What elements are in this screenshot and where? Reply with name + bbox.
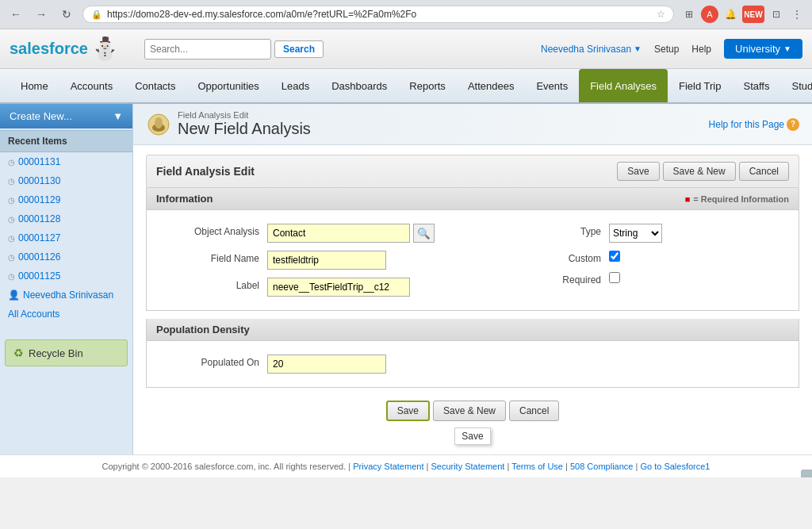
nav-item-opportunities[interactable]: Opportunities bbox=[186, 69, 270, 102]
help-link[interactable]: Help bbox=[691, 44, 711, 55]
user-menu[interactable]: Neevedha Srinivasan ▼ bbox=[541, 44, 642, 55]
svg-point-2 bbox=[155, 117, 163, 128]
nav-item-leads[interactable]: Leads bbox=[270, 69, 320, 102]
help-for-page-link[interactable]: Help for this Page ? bbox=[709, 118, 799, 131]
search-input[interactable] bbox=[144, 39, 271, 59]
refresh-button[interactable]: ↻ bbox=[57, 5, 76, 24]
form-header-title: Field Analysis Edit bbox=[156, 165, 255, 178]
setup-link[interactable]: Setup bbox=[654, 44, 679, 55]
forward-button[interactable]: → bbox=[32, 5, 51, 24]
list-item: ◷ 00001125 bbox=[0, 266, 132, 286]
goto-salesforce-link[interactable]: Go to Salesforce1 bbox=[640, 462, 710, 471]
required-field-label: Required bbox=[498, 272, 609, 286]
search-button[interactable]: Search bbox=[274, 40, 324, 58]
record-icon: ◷ bbox=[8, 253, 15, 262]
object-analysis-lookup-button[interactable]: 🔍 bbox=[413, 224, 435, 243]
save-tooltip: Save bbox=[454, 427, 490, 445]
nav-item-contacts[interactable]: Contacts bbox=[124, 69, 186, 102]
form-bottom-buttons: Save Save & New Cancel bbox=[146, 388, 799, 427]
populated-on-input[interactable] bbox=[267, 355, 386, 374]
nav-item-field-trip[interactable]: Field Trip bbox=[668, 69, 732, 102]
nav-item-studs[interactable]: Studs bbox=[780, 69, 812, 102]
type-select[interactable]: String Number Date Boolean bbox=[609, 224, 662, 243]
nav-item-events[interactable]: Events bbox=[525, 69, 579, 102]
page-title: New Field Analysis bbox=[178, 120, 311, 138]
recent-item-link-3[interactable]: 00001129 bbox=[18, 194, 60, 205]
save-new-top-button[interactable]: Save & New bbox=[663, 162, 736, 181]
security-link[interactable]: Security Statement bbox=[431, 462, 504, 471]
compliance-link[interactable]: 508 Compliance bbox=[570, 462, 634, 471]
field-name-input[interactable] bbox=[267, 251, 386, 270]
required-mark: ■ bbox=[685, 194, 691, 204]
object-analysis-input[interactable] bbox=[267, 224, 410, 243]
nav-item-reports[interactable]: Reports bbox=[398, 69, 457, 102]
all-accounts-link[interactable]: All Accounts bbox=[8, 309, 59, 320]
nav-item-attendees[interactable]: Attendees bbox=[457, 69, 526, 102]
page-header: Field Analysis Edit New Field Analysis H… bbox=[133, 104, 812, 145]
terms-link[interactable]: Terms of Use bbox=[511, 462, 563, 471]
recent-item-link-1[interactable]: 00001131 bbox=[18, 156, 60, 167]
create-new-button[interactable]: Create New... ▼ bbox=[0, 104, 132, 128]
nav-item-staffs[interactable]: Staffs bbox=[732, 69, 780, 102]
collapse-sidebar-button[interactable]: › bbox=[801, 470, 812, 477]
nav-item-dashboards[interactable]: Dashboards bbox=[320, 69, 398, 102]
recycle-bin-label: Recycle Bin bbox=[29, 347, 83, 359]
population-density-label: Population Density bbox=[156, 324, 250, 335]
recent-item-link-6[interactable]: 00001126 bbox=[18, 251, 60, 263]
label-input[interactable] bbox=[267, 278, 410, 297]
new-button[interactable]: NEW bbox=[742, 6, 764, 23]
lock-icon: 🔒 bbox=[91, 10, 102, 20]
recent-item-link-2[interactable]: 00001130 bbox=[18, 175, 60, 186]
user-profile-link[interactable]: Neevedha Srinivasan bbox=[23, 289, 113, 301]
list-item: ◷ 00001128 bbox=[0, 209, 132, 228]
information-section-title: Information ■ = Required Information bbox=[146, 188, 799, 210]
user-name: Neevedha Srinivasan bbox=[541, 44, 631, 55]
nav-item-field-analyses[interactable]: Field Analyses bbox=[579, 69, 668, 102]
menu-button[interactable]: ⋮ bbox=[788, 6, 806, 23]
page-subtitle: Field Analysis Edit bbox=[178, 110, 311, 120]
form-right-col: Type String Number Date Boolean bbox=[457, 220, 799, 301]
address-bar[interactable]: 🔒 https://domo28-dev-ed.my.salesforce.co… bbox=[82, 6, 674, 23]
sf-main: Create New... ▼ Recent Items ◷ 00001131 … bbox=[0, 104, 812, 454]
save-top-button[interactable]: Save bbox=[617, 162, 659, 181]
save-bottom-button[interactable]: Save bbox=[386, 401, 430, 421]
record-icon: ◷ bbox=[8, 158, 15, 167]
recycle-bin-button[interactable]: ♻ Recycle Bin bbox=[5, 339, 128, 366]
sf-search-area: Search bbox=[144, 39, 324, 59]
save-new-bottom-button[interactable]: Save & New bbox=[433, 401, 506, 421]
recent-item-link-5[interactable]: 00001127 bbox=[18, 232, 60, 243]
nav-item-accounts[interactable]: Accounts bbox=[59, 69, 124, 102]
record-icon: ◷ bbox=[8, 177, 15, 186]
field-name-field bbox=[267, 251, 447, 270]
sf-nav: Home Accounts Contacts Opportunities Lea… bbox=[0, 69, 812, 104]
privacy-link[interactable]: Privacy Statement bbox=[353, 462, 423, 471]
nav-item-home[interactable]: Home bbox=[10, 69, 59, 102]
recent-item-link-4[interactable]: 00001128 bbox=[18, 213, 60, 224]
notifications-button[interactable]: 🔔 bbox=[722, 6, 739, 23]
footer-copyright: Copyright © 2000-2016 salesforce.com, in… bbox=[102, 462, 347, 471]
university-chevron-icon: ▼ bbox=[783, 44, 791, 53]
sf-header: salesforce ⛄ Search Neevedha Srinivasan … bbox=[0, 29, 812, 69]
record-icon: ◷ bbox=[8, 196, 15, 205]
form-row-object-type: Object Analysis 🔍 Field Name bbox=[147, 220, 799, 301]
cancel-bottom-button[interactable]: Cancel bbox=[509, 401, 559, 421]
cancel-top-button[interactable]: Cancel bbox=[739, 162, 789, 181]
required-checkbox[interactable] bbox=[609, 272, 620, 283]
profile-button[interactable]: A bbox=[701, 6, 718, 23]
bookmark-icon[interactable]: ☆ bbox=[657, 9, 665, 20]
screen-button[interactable]: ⊡ bbox=[768, 6, 785, 23]
list-item: ◷ 00001127 bbox=[0, 228, 132, 247]
back-button[interactable]: ← bbox=[6, 5, 25, 24]
field-name-label: Field Name bbox=[156, 251, 267, 264]
extensions-button[interactable]: ⊞ bbox=[680, 6, 698, 23]
recent-item-link-7[interactable]: 00001125 bbox=[18, 270, 60, 282]
tooltip-container: Save bbox=[146, 427, 799, 445]
salesforce-logo-text: salesforce bbox=[10, 40, 88, 58]
required-note: ■ = Required Information bbox=[685, 194, 789, 204]
record-icon: ◷ bbox=[8, 215, 15, 224]
sf-logo: salesforce ⛄ bbox=[10, 36, 119, 62]
sf-header-right: Neevedha Srinivasan ▼ Setup Help Univers… bbox=[541, 39, 802, 59]
custom-checkbox[interactable] bbox=[609, 251, 620, 262]
custom-field bbox=[609, 251, 789, 262]
university-button[interactable]: University ▼ bbox=[724, 39, 802, 59]
